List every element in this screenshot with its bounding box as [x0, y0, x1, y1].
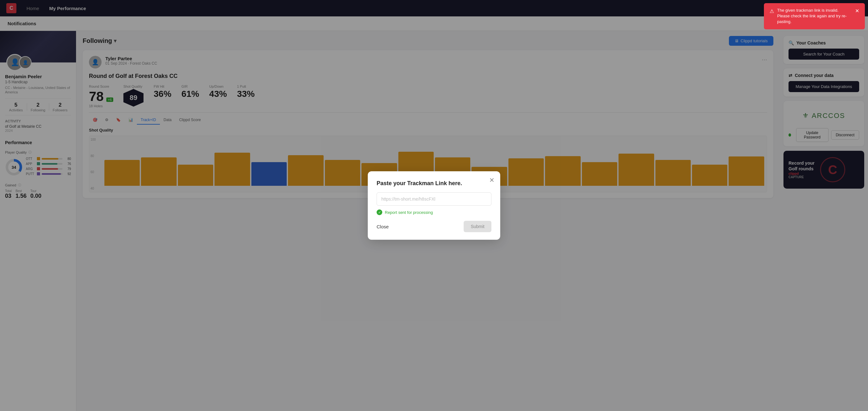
toast-close-button[interactable]: ✕ — [855, 7, 859, 14]
error-toast: ⚠ The given trackman link is invalid. Pl… — [764, 3, 865, 29]
modal-title: Paste your Trackman Link here. — [377, 180, 491, 187]
toast-warning-icon: ⚠ — [770, 8, 774, 15]
modal-success-message: ✓ Report sent for processing — [377, 210, 491, 215]
modal-overlay[interactable]: Paste your Trackman Link here. ✕ ✓ Repor… — [0, 0, 868, 411]
modal-footer: Close Submit — [377, 221, 491, 232]
toast-message: The given trackman link is invalid. Plea… — [777, 7, 852, 25]
modal-close-button[interactable]: ✕ — [489, 176, 495, 184]
trackman-link-input[interactable] — [377, 192, 491, 205]
success-checkmark: ✓ — [377, 210, 382, 215]
modal-close-text-button[interactable]: Close — [377, 224, 389, 229]
modal-submit-button[interactable]: Submit — [464, 221, 491, 232]
trackman-modal: Paste your Trackman Link here. ✕ ✓ Repor… — [368, 171, 500, 240]
